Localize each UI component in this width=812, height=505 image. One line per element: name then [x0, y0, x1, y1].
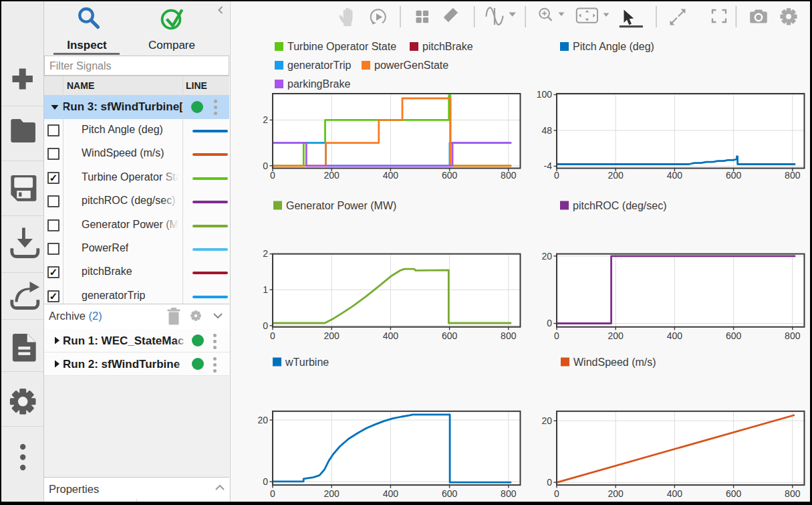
svg-text:0: 0: [270, 330, 275, 341]
svg-text:48: 48: [541, 125, 552, 136]
svg-text:0: 0: [263, 320, 268, 331]
svg-text:600: 600: [726, 488, 742, 499]
svg-text:2: 2: [263, 114, 268, 125]
svg-text:pitchBrake: pitchBrake: [422, 41, 473, 52]
svg-text:400: 400: [667, 330, 683, 341]
svg-text:0: 0: [270, 170, 275, 181]
svg-text:generatorTrip: generatorTrip: [287, 60, 352, 71]
svg-text:0: 0: [554, 170, 559, 181]
svg-text:600: 600: [442, 330, 458, 341]
svg-text:600: 600: [442, 170, 458, 181]
svg-text:100: 100: [537, 89, 553, 100]
svg-text:600: 600: [726, 170, 742, 181]
svg-text:0: 0: [547, 318, 552, 328]
svg-text:800: 800: [785, 488, 801, 499]
svg-text:Generator Power (MW): Generator Power (MW): [286, 200, 396, 211]
svg-text:200: 200: [324, 330, 340, 341]
svg-text:600: 600: [726, 330, 742, 341]
svg-text:800: 800: [501, 330, 517, 341]
svg-text:Turbine Operator State: Turbine Operator State: [287, 41, 396, 52]
svg-text:600: 600: [442, 488, 458, 499]
svg-text:20: 20: [541, 415, 552, 426]
svg-text:wTurbine: wTurbine: [285, 357, 329, 368]
svg-text:800: 800: [785, 330, 801, 341]
svg-text:powerGenState: powerGenState: [374, 60, 448, 71]
svg-text:200: 200: [608, 488, 624, 499]
svg-text:400: 400: [383, 170, 399, 181]
svg-text:200: 200: [324, 488, 340, 499]
svg-text:20: 20: [257, 415, 268, 425]
svg-text:20: 20: [541, 251, 552, 262]
svg-text:400: 400: [383, 488, 399, 499]
svg-text:-4: -4: [544, 161, 553, 171]
svg-text:0: 0: [263, 476, 268, 487]
svg-text:800: 800: [501, 488, 517, 499]
svg-text:0: 0: [554, 488, 559, 499]
svg-text:400: 400: [667, 488, 683, 499]
svg-text:0: 0: [554, 330, 559, 341]
svg-text:0: 0: [270, 488, 275, 499]
svg-text:400: 400: [383, 330, 399, 341]
svg-text:2: 2: [263, 248, 268, 259]
svg-text:200: 200: [608, 170, 624, 181]
svg-text:0: 0: [263, 161, 268, 171]
svg-text:1: 1: [263, 284, 268, 295]
svg-text:200: 200: [608, 330, 624, 341]
svg-text:800: 800: [785, 170, 801, 181]
svg-text:Pitch Angle (deg): Pitch Angle (deg): [573, 41, 654, 52]
svg-text:400: 400: [667, 170, 683, 181]
svg-text:WindSpeed (m/s): WindSpeed (m/s): [573, 357, 656, 368]
svg-text:200: 200: [324, 170, 340, 181]
svg-text:pitchROC (deg/sec): pitchROC (deg/sec): [573, 200, 667, 211]
svg-text:800: 800: [501, 170, 517, 181]
svg-text:0: 0: [547, 477, 552, 488]
svg-text:parkingBrake: parkingBrake: [287, 78, 350, 90]
